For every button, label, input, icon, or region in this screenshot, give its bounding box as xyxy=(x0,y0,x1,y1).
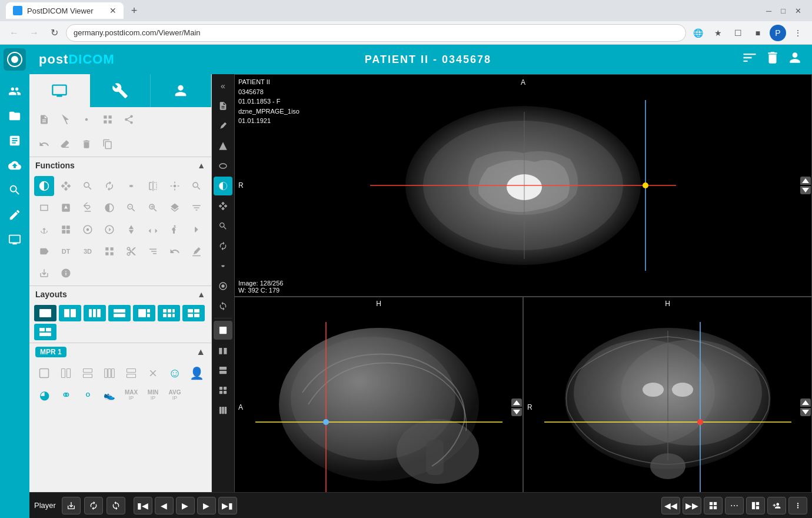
layout-2x3[interactable] xyxy=(158,305,180,321)
fn-undo2[interactable] xyxy=(165,241,185,261)
notes-icon[interactable] xyxy=(4,130,26,152)
player-fast-forward-btn[interactable]: ▶▶ xyxy=(683,497,701,514)
user-account-icon[interactable] xyxy=(787,50,803,69)
vtool-cine[interactable] xyxy=(214,277,232,295)
vtool-pause[interactable]: ▮▮ xyxy=(214,341,232,360)
fn-arrow-select[interactable] xyxy=(143,241,163,261)
scroll-handle-cor[interactable] xyxy=(800,297,811,517)
fn-rect-select[interactable] xyxy=(34,198,54,218)
fn-angle[interactable] xyxy=(78,198,98,218)
next-frame-btn[interactable]: ▶ xyxy=(197,497,216,514)
tab-close-icon[interactable]: ✕ xyxy=(109,6,117,15)
mpr-2row[interactable] xyxy=(78,363,98,383)
fn-roi[interactable] xyxy=(187,176,207,196)
fn-crosshair2[interactable] xyxy=(165,176,185,196)
fn-info[interactable] xyxy=(56,263,76,283)
fn-move-v[interactable] xyxy=(121,220,141,240)
fn-wl-presets[interactable] xyxy=(56,220,76,240)
translate-icon[interactable]: 🌐 xyxy=(690,25,706,41)
player-more-btn[interactable]: ⋯ xyxy=(725,497,744,514)
scroll-up-sag[interactable] xyxy=(511,399,522,407)
vtool-ruler[interactable] xyxy=(214,117,232,135)
fn-contrast[interactable] xyxy=(99,198,119,218)
vtool-sync[interactable] xyxy=(214,297,232,316)
mpr-3col[interactable] xyxy=(99,363,119,383)
tab-tools[interactable] xyxy=(90,74,151,107)
mpr-head-top[interactable]: ◕ xyxy=(34,385,54,405)
vtool-angle[interactable] xyxy=(214,137,232,155)
fn-pan[interactable] xyxy=(56,176,76,196)
fn-move-h[interactable] xyxy=(143,220,163,240)
player-sync-btn[interactable] xyxy=(107,497,125,514)
viewport-sagittal[interactable]: H A xyxy=(234,297,523,518)
vtool-ellipse[interactable] xyxy=(214,157,232,175)
player-layout-btn[interactable] xyxy=(746,497,765,514)
player-add-user-btn[interactable] xyxy=(767,497,786,514)
list-sort-icon[interactable] xyxy=(741,49,758,69)
mpr-close[interactable] xyxy=(143,363,163,383)
layout-1x1[interactable] xyxy=(34,305,56,321)
layout-1x3[interactable] xyxy=(84,305,106,321)
monitor-icon[interactable] xyxy=(4,228,26,251)
vtool-doc[interactable] xyxy=(214,97,232,115)
layout-1x2[interactable] xyxy=(59,305,81,321)
vtool-rotate[interactable] xyxy=(214,237,232,255)
mpr-head-back[interactable]: ⚭ xyxy=(56,385,76,405)
viewport-axial[interactable]: PATIENT II 0345678 01.01.1853 - F dzne_M… xyxy=(234,74,812,297)
tab-monitor[interactable] xyxy=(29,74,90,107)
player-download-btn[interactable] xyxy=(62,497,81,514)
reload-button[interactable]: ↻ xyxy=(46,25,62,41)
mpr-2col[interactable] xyxy=(56,363,76,383)
fn-dt[interactable]: DT xyxy=(56,241,76,261)
tool-erase2[interactable] xyxy=(76,134,96,154)
vtool-window-level[interactable] xyxy=(214,177,232,195)
mpr-min-ip[interactable]: MIN IP xyxy=(143,385,163,405)
browser-tab[interactable]: PostDICOM Viewer ✕ xyxy=(6,2,124,19)
mpr-toggle[interactable]: ▲ xyxy=(196,347,205,357)
scroll-up-cor[interactable] xyxy=(800,399,811,407)
player-grid-btn[interactable] xyxy=(704,497,723,514)
new-tab-button[interactable]: + xyxy=(126,2,142,19)
fn-arrows-v[interactable] xyxy=(187,220,207,240)
layout-wide-bottom[interactable] xyxy=(34,324,56,340)
player-settings-btn[interactable] xyxy=(788,497,807,514)
vtool-stack-vert[interactable] xyxy=(214,361,232,380)
maximize-button[interactable]: □ xyxy=(781,6,786,15)
cloud-upload-icon[interactable] xyxy=(4,154,26,177)
fn-split[interactable] xyxy=(34,220,54,240)
menu-icon[interactable]: ⋮ xyxy=(790,25,806,41)
trash-icon[interactable] xyxy=(765,50,780,69)
vtool-scroll[interactable] xyxy=(214,257,232,275)
bookmark-icon[interactable]: ★ xyxy=(710,25,726,41)
tab-person[interactable] xyxy=(151,74,211,107)
scroll-down-sag[interactable] xyxy=(511,408,522,416)
vtool-grid3[interactable] xyxy=(214,381,232,400)
fn-cine[interactable] xyxy=(99,220,119,240)
mpr-head-front[interactable]: ☺ xyxy=(165,363,185,383)
profile-icon[interactable]: P xyxy=(770,25,786,41)
fn-window-level[interactable] xyxy=(34,176,54,196)
mpr-max-ip[interactable]: MAX IP xyxy=(121,385,141,405)
vtool-zoom[interactable] xyxy=(214,217,232,235)
fn-line[interactable] xyxy=(56,198,76,218)
prev-frame-btn[interactable]: ◀ xyxy=(155,497,174,514)
fullscreen-icon[interactable]: ☐ xyxy=(730,25,746,41)
tool-grid[interactable] xyxy=(98,109,118,130)
layout-2x2[interactable] xyxy=(182,305,205,321)
back-button[interactable]: ← xyxy=(6,25,22,41)
mpr-oval[interactable]: ⚬ xyxy=(78,385,98,405)
tool-undo[interactable] xyxy=(34,134,54,154)
fn-stack[interactable] xyxy=(165,198,185,218)
fn-image-download[interactable] xyxy=(34,263,54,283)
layouts-toggle[interactable]: ▲ xyxy=(197,290,205,299)
fn-wheel[interactable] xyxy=(78,220,98,240)
forward-button[interactable]: → xyxy=(26,25,42,41)
viewport-coronal[interactable]: H R xyxy=(523,297,812,518)
fn-zoom-in[interactable] xyxy=(143,198,163,218)
search-icon[interactable] xyxy=(4,179,26,201)
skip-to-start-btn[interactable]: ▮◀ xyxy=(134,497,152,514)
vtool-pan[interactable] xyxy=(214,197,232,215)
fn-zoom[interactable] xyxy=(78,176,98,196)
mpr-avg-ip[interactable]: AVG IP xyxy=(165,385,185,405)
fn-image-edit[interactable] xyxy=(187,241,207,261)
